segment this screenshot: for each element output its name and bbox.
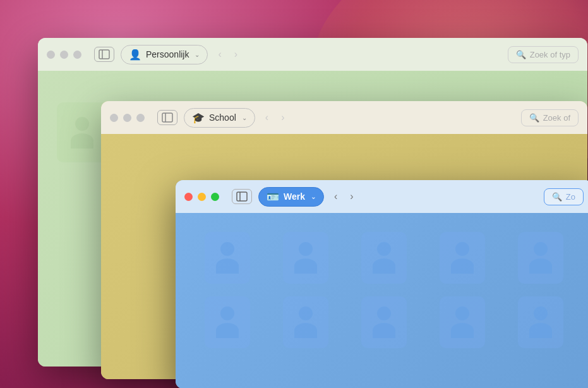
contact-avatar-3 — [361, 232, 407, 284]
forward-btn-werk[interactable]: › — [346, 188, 357, 205]
contact-avatar-10 — [518, 296, 563, 348]
content-werk — [176, 213, 588, 388]
contact-avatar-5 — [518, 232, 563, 284]
back-btn-persoonlijk[interactable]: ‹ — [214, 46, 225, 63]
profile-label-persoonlijk: Persoonlijk — [146, 49, 189, 59]
contact-avatar-2 — [283, 232, 328, 284]
search-icon-school: 🔍 — [529, 113, 539, 123]
dot-minimize-persoonlijk — [60, 51, 68, 59]
contact-card-8 — [351, 296, 417, 348]
forward-btn-school[interactable]: › — [277, 109, 288, 126]
contact-avatar-1 — [205, 232, 250, 284]
back-btn-werk[interactable]: ‹ — [330, 188, 341, 205]
profile-btn-persoonlijk[interactable]: 👤 Persoonlijk ⌄ — [121, 45, 208, 64]
contact-card-2 — [273, 232, 339, 284]
dot-maximize-school — [136, 114, 145, 122]
search-icon-werk: 🔍 — [552, 192, 562, 202]
traffic-lights-persoonlijk — [47, 51, 81, 59]
titlebar-werk: 🪪 Werk ⌄ ‹ › 🔍 Zo — [176, 180, 588, 213]
contact-grid-werk — [176, 213, 588, 367]
titlebar-persoonlijk: 👤 Persoonlijk ⌄ ‹ › 🔍 Zoek of typ — [38, 38, 587, 71]
search-placeholder-werk: Zo — [566, 192, 575, 202]
search-bar-werk[interactable]: 🔍 Zo — [544, 188, 584, 205]
nav-werk: ‹ › — [330, 188, 357, 205]
graduation-cap-icon-school: 🎓 — [192, 112, 205, 124]
traffic-lights-school — [110, 114, 145, 122]
search-placeholder-school: Zoek of — [543, 113, 570, 123]
svg-rect-2 — [162, 113, 172, 122]
contact-card-6 — [195, 296, 260, 348]
svg-rect-0 — [99, 50, 109, 59]
side-contact-persoonlijk — [57, 102, 107, 162]
profile-btn-school[interactable]: 🎓 School ⌄ — [184, 108, 255, 128]
dot-maximize-werk[interactable] — [211, 193, 219, 201]
chevron-school: ⌄ — [242, 114, 247, 121]
sidebar-toggle-persoonlijk[interactable] — [94, 47, 114, 62]
titlebar-school: 🎓 School ⌄ ‹ › 🔍 Zoek of — [101, 101, 587, 134]
profile-label-school: School — [209, 112, 236, 123]
dot-close-persoonlijk — [47, 51, 55, 59]
search-placeholder-persoonlijk: Zoek of typ — [530, 50, 570, 59]
search-icon-persoonlijk: 🔍 — [516, 50, 526, 59]
forward-btn-persoonlijk[interactable]: › — [231, 46, 241, 63]
contact-avatar-4 — [440, 232, 485, 284]
person-badge-icon-werk: 🪪 — [267, 191, 279, 203]
dot-maximize-persoonlijk — [73, 51, 81, 59]
svg-rect-4 — [237, 192, 247, 201]
sidebar-toggle-school[interactable] — [157, 110, 177, 125]
chevron-werk: ⌄ — [311, 193, 316, 200]
profile-btn-werk[interactable]: 🪪 Werk ⌄ — [258, 187, 324, 207]
dot-close-school — [110, 114, 118, 122]
search-bar-school[interactable]: 🔍 Zoek of — [521, 109, 579, 126]
dot-minimize-school — [123, 114, 131, 122]
chevron-persoonlijk: ⌄ — [195, 51, 200, 58]
back-btn-school[interactable]: ‹ — [261, 109, 272, 126]
contact-card-4 — [429, 232, 495, 284]
contact-card-10 — [508, 296, 573, 348]
contact-card-3 — [351, 232, 417, 284]
contact-avatar-9 — [440, 296, 485, 348]
contact-card-5 — [508, 232, 573, 284]
contact-card-7 — [273, 296, 339, 348]
dot-close-werk[interactable] — [184, 193, 193, 201]
sidebar-toggle-werk[interactable] — [232, 189, 252, 204]
window-werk: 🪪 Werk ⌄ ‹ › 🔍 Zo — [176, 180, 588, 388]
contact-avatar-6 — [205, 296, 250, 348]
nav-school: ‹ › — [261, 109, 289, 126]
dot-minimize-werk[interactable] — [198, 193, 206, 201]
contact-card-1 — [195, 232, 260, 284]
traffic-lights-werk — [184, 193, 219, 201]
nav-persoonlijk: ‹ › — [214, 46, 241, 63]
search-bar-persoonlijk[interactable]: 🔍 Zoek of typ — [508, 46, 579, 63]
contact-avatar-8 — [361, 296, 407, 348]
profile-label-werk: Werk — [284, 191, 305, 202]
contact-avatar-7 — [283, 296, 328, 348]
person-icon-persoonlijk: 👤 — [129, 49, 141, 61]
contact-card-9 — [429, 296, 495, 348]
